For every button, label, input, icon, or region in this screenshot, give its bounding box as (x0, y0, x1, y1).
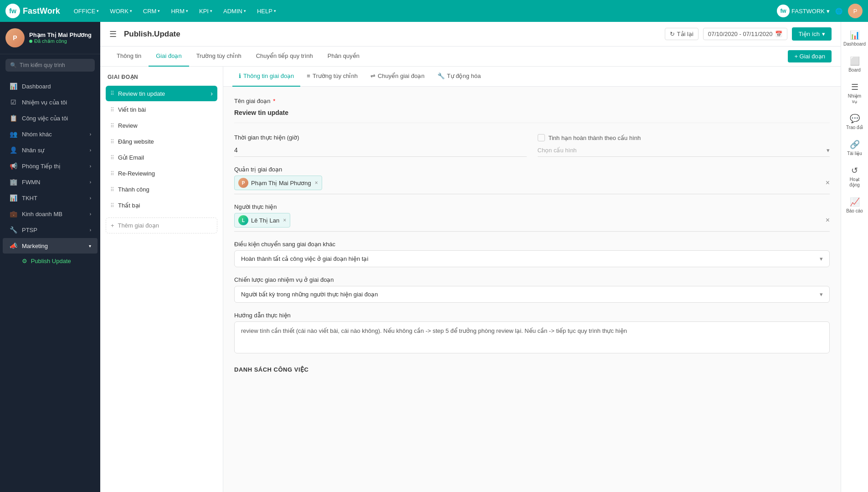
right-sidebar-activity[interactable]: ↺ Hoạt động (843, 162, 866, 192)
inner-tab-stage-transition[interactable]: ⇌ Chuyển giai đoạn (364, 67, 431, 87)
work-icon: 📋 (9, 114, 17, 122)
form-group-transition-condition: Điều kiện chuyển sang giai đoạn khác Hoà… (234, 241, 830, 267)
nav-kpi[interactable]: KPI ▾ (195, 5, 217, 17)
nav-work[interactable]: WORK ▾ (105, 5, 136, 17)
sidebar-search[interactable]: 🔍 Tìm kiếm quy trình (5, 59, 95, 72)
reload-icon: ↻ (670, 31, 675, 37)
stages-panel: GIAI ĐOẠN ⠿ Review tin update › ⠿ Viết t… (100, 67, 223, 492)
sidebar-item-fwmn[interactable]: 🏢 FWMN › (3, 174, 98, 190)
brand-logo[interactable]: fw FastWork (5, 4, 60, 18)
executor-avatar: L (238, 215, 248, 225)
duration-input[interactable] (234, 144, 527, 157)
globe-icon[interactable]: 🌐 (835, 8, 842, 15)
chevron-right-icon: › (90, 212, 91, 217)
user-name: Phạm Thị Mai Phương (29, 31, 92, 38)
stage-item-re-reviewing[interactable]: ⠿ Re-Reviewing (106, 166, 217, 181)
chevron-right-icon: › (90, 196, 91, 201)
stage-item-thanh-cong[interactable]: ⠿ Thành công (106, 182, 217, 197)
right-sidebar-board[interactable]: ⬜ Board (843, 52, 866, 77)
main-layout: P Phạm Thị Mai Phương Đã chấm công 🔍 Tìm… (0, 22, 868, 492)
tool-icon: 🔧 (9, 226, 17, 233)
inner-tab-stage-info[interactable]: ℹ Thông tin giai đoạn (232, 67, 300, 87)
completion-config-select[interactable]: Chọn cấu hình ▾ (538, 144, 830, 157)
stage-item-gui-email[interactable]: ⠿ Gửi Email (106, 150, 217, 165)
avatar: P (5, 28, 25, 47)
task-strategy-dropdown[interactable]: Người bất kỳ trong những người thực hiện… (234, 286, 830, 303)
chevron-right-icon: › (211, 90, 213, 97)
stage-item-that-bai[interactable]: ⠿ Thất bại (106, 198, 217, 213)
right-sidebar-tasks[interactable]: ☰ Nhiệm vụ (843, 78, 866, 108)
date-range-display[interactable]: 07/10/2020 - 07/11/2020 📅 (703, 28, 788, 40)
tien-ich-button[interactable]: Tiện ích ▾ (792, 27, 832, 41)
sidebar-item-my-tasks[interactable]: ☑ Nhiệm vụ của tôi (3, 94, 98, 110)
status-dot-icon (29, 40, 32, 43)
chevron-down-icon: ▾ (89, 243, 91, 249)
sidebar-item-dashboard[interactable]: 📊 Dashboard (3, 78, 98, 94)
nav-admin[interactable]: ADMIN ▾ (219, 5, 251, 17)
transition-condition-dropdown[interactable]: Hoàn thành tất cả công việc ở giai đoạn … (234, 250, 830, 267)
sidebar-item-publish-update[interactable]: ⚙ Publish Update (3, 254, 98, 268)
form-group-task-strategy: Chiến lược giao nhiệm vụ ở giai đoạn Ngư… (234, 276, 830, 303)
duration-label: Thời gian thực hiện (giờ) (234, 134, 527, 141)
sidebar-user-profile: P Phạm Thị Mai Phương Đã chấm công (0, 22, 100, 54)
remove-manager-button[interactable]: × (315, 180, 318, 186)
completion-limit-checkbox[interactable] (538, 134, 545, 141)
tab-giai-doan[interactable]: Giai đoạn (149, 47, 189, 67)
nav-office[interactable]: OFFICE ▾ (69, 5, 104, 17)
nav-crm[interactable]: CRM ▾ (139, 5, 165, 17)
sidebar-nav: 📊 Dashboard ☑ Nhiệm vụ của tôi 📋 Công vi… (0, 76, 100, 492)
plus-icon: + (111, 222, 114, 229)
manager-label: Quản trị giai đoạn (234, 166, 830, 173)
clear-executor-button[interactable]: × (826, 216, 830, 224)
form-group-instruction: Hướng dẫn thực hiện review tính cần thiế… (234, 312, 830, 353)
sidebar-item-personnel[interactable]: 👤 Nhân sự › (3, 142, 98, 158)
user-avatar[interactable]: P (848, 4, 863, 18)
tab-thong-tin[interactable]: Thông tin (109, 47, 149, 67)
sidebar-item-ptsp[interactable]: 🔧 PTSP › (3, 222, 98, 238)
clear-manager-button[interactable]: × (826, 179, 830, 187)
reload-button[interactable]: ↻ Tải lại (665, 28, 699, 40)
stage-item-viet-tin-bai[interactable]: ⠿ Viết tin bài (106, 102, 217, 117)
remove-executor-button[interactable]: × (283, 217, 286, 223)
fastwork-menu[interactable]: fw FASTWORK ▾ (777, 5, 830, 17)
right-sidebar-documents[interactable]: 🔗 Tài liệu (843, 136, 866, 160)
hamburger-icon[interactable]: ☰ (109, 29, 117, 39)
sidebar-item-tkht[interactable]: 📊 TKHT › (3, 190, 98, 206)
megaphone-icon: 📢 (9, 162, 17, 170)
sidebar-item-marketing[interactable]: 📣 Marketing ▾ (3, 238, 98, 254)
nav-hrm[interactable]: HRM ▾ (166, 5, 193, 17)
inner-tab-automation[interactable]: 🔧 Tự động hóa (431, 67, 488, 87)
instruction-textarea[interactable]: review tính cần thiết (cái nào viết bài,… (234, 321, 830, 353)
executor-field[interactable]: L Lê Thị Lan × × (234, 213, 830, 232)
sidebar-item-business-mb[interactable]: 💼 Kinh doanh MB › (3, 206, 98, 222)
chevron-right-icon: › (90, 180, 91, 185)
right-sidebar-dashboard[interactable]: 📊 Dashboard (843, 26, 866, 51)
chevron-right-icon: › (90, 132, 91, 137)
stage-item-dang-website[interactable]: ⠿ Đăng website (106, 134, 217, 149)
sidebar-item-my-work[interactable]: 📋 Công việc của tôi (3, 110, 98, 126)
drag-icon: ⠿ (110, 155, 114, 161)
tab-chuyen-tiep-quy-trinh[interactable]: Chuyển tiếp quy trình (249, 47, 320, 67)
drag-icon: ⠿ (110, 171, 114, 177)
right-sidebar-exchange[interactable]: 💬 Trao đổi (843, 110, 866, 134)
add-stage-inline-button[interactable]: + Thêm giai đoạn (106, 218, 217, 233)
stage-item-review-tin-update[interactable]: ⠿ Review tin update › (106, 86, 217, 101)
right-sidebar-reports[interactable]: 📈 Báo cáo (843, 193, 866, 218)
sidebar-item-other-groups[interactable]: 👥 Nhóm khác › (3, 126, 98, 142)
chevron-down-icon: ▾ (274, 9, 276, 13)
manager-tag: P Phạm Thị Mai Phương × (234, 176, 322, 190)
drag-icon: ⠿ (110, 123, 114, 129)
stages-title: GIAI ĐOẠN (106, 74, 217, 80)
add-stage-button[interactable]: + Giai đoạn (788, 50, 832, 62)
left-sidebar: P Phạm Thị Mai Phương Đã chấm công 🔍 Tìm… (0, 22, 100, 492)
tab-phan-quyen[interactable]: Phân quyền (320, 47, 367, 67)
inner-tab-custom-fields[interactable]: ≡ Trường tùy chỉnh (300, 67, 364, 87)
manager-field[interactable]: P Phạm Thị Mai Phương × × (234, 176, 830, 194)
nav-help[interactable]: HELP ▾ (252, 5, 281, 17)
stage-item-review[interactable]: ⠿ Review (106, 118, 217, 133)
tab-truong-tuy-chinh[interactable]: Trường tùy chỉnh (189, 47, 249, 67)
transfer-icon: ⇌ (370, 73, 375, 79)
gear-icon: ⚙ (22, 258, 27, 264)
sidebar-item-marketing-dept[interactable]: 📢 Phòng Tiếp thị › (3, 158, 98, 174)
brand-name: FastWork (23, 6, 60, 16)
